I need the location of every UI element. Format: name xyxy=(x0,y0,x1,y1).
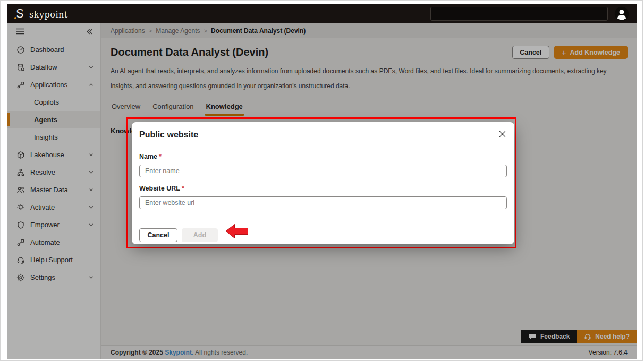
skypoint-app-window: S skypoint xyxy=(7,4,637,359)
dialog-cancel-button[interactable]: Cancel xyxy=(139,228,177,242)
public-website-dialog: Public website Name* Website URL* Cancel… xyxy=(132,122,514,244)
screenshot-frame: S skypoint xyxy=(0,0,643,361)
logo-orange-dot xyxy=(14,17,16,19)
required-asterisk: * xyxy=(159,153,162,160)
close-icon[interactable] xyxy=(499,131,506,137)
dialog-title: Public website xyxy=(139,128,507,141)
required-asterisk: * xyxy=(182,185,184,192)
dialog-add-button[interactable]: Add xyxy=(182,228,218,242)
name-field-label: Name* xyxy=(139,153,507,160)
logo-wordmark: skypoint xyxy=(29,10,68,20)
skypoint-logo: S skypoint xyxy=(16,8,68,20)
modal-backdrop-sidebar xyxy=(7,23,101,359)
topbar: S skypoint xyxy=(7,4,637,23)
website-url-field-label: Website URL* xyxy=(139,185,507,192)
logo-s-mark: S xyxy=(16,8,24,20)
website-url-input[interactable] xyxy=(139,196,507,209)
topbar-search-box[interactable] xyxy=(430,7,608,21)
name-input[interactable] xyxy=(139,165,507,177)
person-icon xyxy=(614,6,629,21)
user-avatar[interactable] xyxy=(614,6,629,21)
